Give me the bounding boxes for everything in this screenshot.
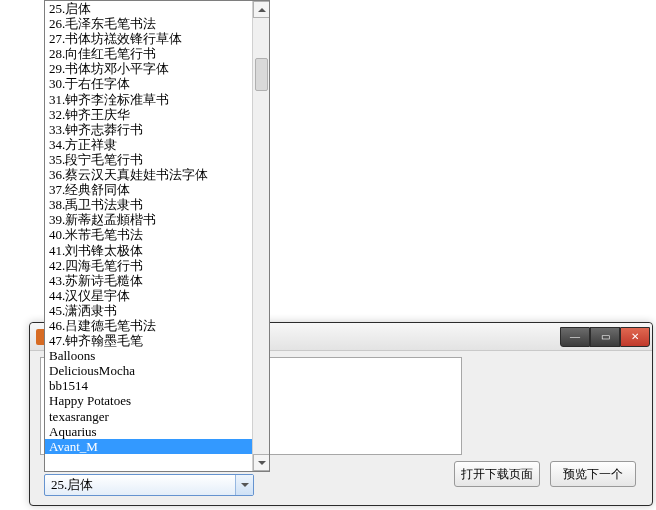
close-button[interactable]: ✕	[620, 327, 650, 347]
combo-selected-label: 25.启体	[45, 476, 235, 494]
dropdown-option[interactable]: DeliciousMocha	[45, 363, 269, 378]
dropdown-option[interactable]: texasranger	[45, 409, 269, 424]
dropdown-option[interactable]: 30.于右任字体	[45, 76, 269, 91]
dropdown-option[interactable]: 39.新蒂赵孟頫楷书	[45, 212, 269, 227]
dropdown-option[interactable]: 47.钟齐翰墨毛笔	[45, 333, 269, 348]
dropdown-option[interactable]: 34.方正祥隶	[45, 137, 269, 152]
preview-next-button[interactable]: 预览下一个	[550, 461, 636, 487]
combo-arrow[interactable]	[235, 475, 253, 495]
button-label: 打开下载页面	[461, 466, 533, 483]
dropdown-option[interactable]: 40.米芾毛笔书法	[45, 227, 269, 242]
window-buttons: — ▭ ✕	[560, 327, 650, 347]
scrollbar[interactable]	[252, 1, 269, 471]
dropdown-option[interactable]: 43.苏新诗毛糙体	[45, 273, 269, 288]
dropdown-option[interactable]: Aquarius	[45, 424, 269, 439]
maximize-icon: ▭	[601, 331, 610, 342]
minimize-button[interactable]: —	[560, 327, 590, 347]
dropdown-option[interactable]: 33.钟齐志莽行书	[45, 122, 269, 137]
dropdown-option[interactable]: 27.书体坊禚效锋行草体	[45, 31, 269, 46]
font-dropdown-list[interactable]: 25.启体26.毛泽东毛笔书法27.书体坊禚效锋行草体28.向佳红毛笔行书29.…	[44, 0, 270, 472]
dropdown-option[interactable]: 25.启体	[45, 1, 269, 16]
dropdown-option[interactable]: 28.向佳红毛笔行书	[45, 46, 269, 61]
dropdown-option[interactable]: 44.汉仪星宇体	[45, 288, 269, 303]
dropdown-option[interactable]: 45.潇洒隶书	[45, 303, 269, 318]
dropdown-option[interactable]: 35.段宁毛笔行书	[45, 152, 269, 167]
dropdown-option[interactable]: 32.钟齐王庆华	[45, 107, 269, 122]
button-label: 预览下一个	[563, 466, 623, 483]
font-selector-combo[interactable]: 25.启体	[44, 474, 254, 496]
dropdown-option[interactable]: Balloons	[45, 348, 269, 363]
scroll-thumb[interactable]	[255, 58, 268, 91]
dropdown-option[interactable]: Avant_M	[45, 439, 269, 454]
dropdown-option[interactable]: 29.书体坊邓小平字体	[45, 61, 269, 76]
chevron-down-icon	[258, 461, 266, 465]
chevron-up-icon	[258, 8, 266, 12]
dropdown-option[interactable]: 31.钟齐李洤标准草书	[45, 92, 269, 107]
dropdown-option[interactable]: 46.吕建德毛笔书法	[45, 318, 269, 333]
scroll-up-button[interactable]	[253, 1, 270, 18]
dropdown-option[interactable]: 38.禹卫书法隶书	[45, 197, 269, 212]
minimize-icon: —	[570, 331, 580, 342]
dropdown-option[interactable]: 42.四海毛笔行书	[45, 258, 269, 273]
scroll-down-button[interactable]	[253, 454, 270, 471]
dropdown-option[interactable]: 37.经典舒同体	[45, 182, 269, 197]
close-icon: ✕	[631, 331, 639, 342]
open-download-page-button[interactable]: 打开下载页面	[454, 461, 540, 487]
dropdown-option[interactable]: 36.蔡云汉天真娃娃书法字体	[45, 167, 269, 182]
dropdown-option[interactable]: bb1514	[45, 378, 269, 393]
dropdown-option[interactable]: 41.刘书锋太极体	[45, 243, 269, 258]
maximize-button[interactable]: ▭	[590, 327, 620, 347]
dropdown-option[interactable]: 26.毛泽东毛笔书法	[45, 16, 269, 31]
dropdown-option[interactable]: Happy Potatoes	[45, 393, 269, 408]
chevron-down-icon	[241, 483, 249, 487]
